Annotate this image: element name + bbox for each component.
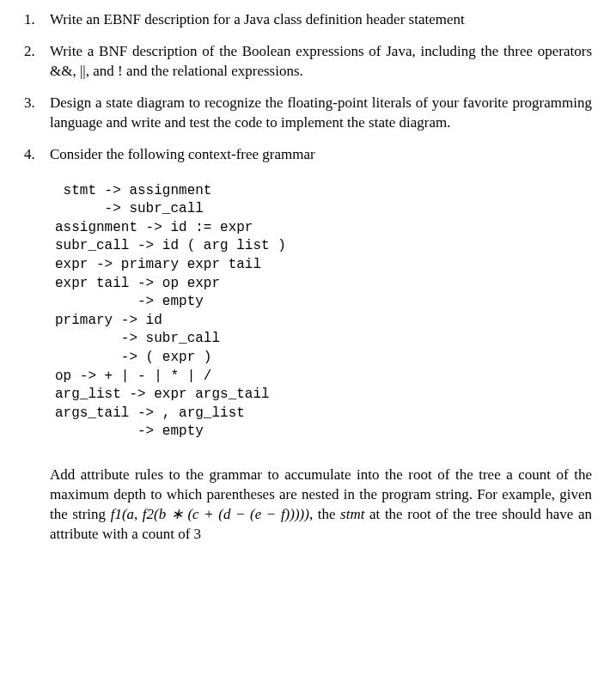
problem-text: Write a BNF description of the Boolean e… xyxy=(50,43,592,79)
problem-item-1: Write an EBNF description for a Java cla… xyxy=(24,10,592,30)
problem-item-4: Consider the following context-free gram… xyxy=(24,145,592,545)
problem-list: Write an EBNF description for a Java cla… xyxy=(24,10,592,545)
math-expression: f1(a, f2(b ∗ (c + (d − (e − f))))) xyxy=(111,506,309,522)
grammar-block: stmt -> assignment -> subr_call assignme… xyxy=(55,182,592,442)
document-page: Write an EBNF description for a Java cla… xyxy=(0,0,616,581)
para-mid: , the xyxy=(309,506,340,522)
problem-text: Design a state diagram to recognize the … xyxy=(50,94,592,131)
problem-4-paragraph: Add attribute rules to the grammar to ac… xyxy=(50,466,592,545)
problem-text: Consider the following context-free gram… xyxy=(50,146,315,162)
problem-item-2: Write a BNF description of the Boolean e… xyxy=(24,42,592,82)
problem-item-3: Design a state diagram to recognize the … xyxy=(24,94,592,133)
problem-text: Write an EBNF description for a Java cla… xyxy=(50,11,465,27)
stmt-word: stmt xyxy=(340,506,364,522)
